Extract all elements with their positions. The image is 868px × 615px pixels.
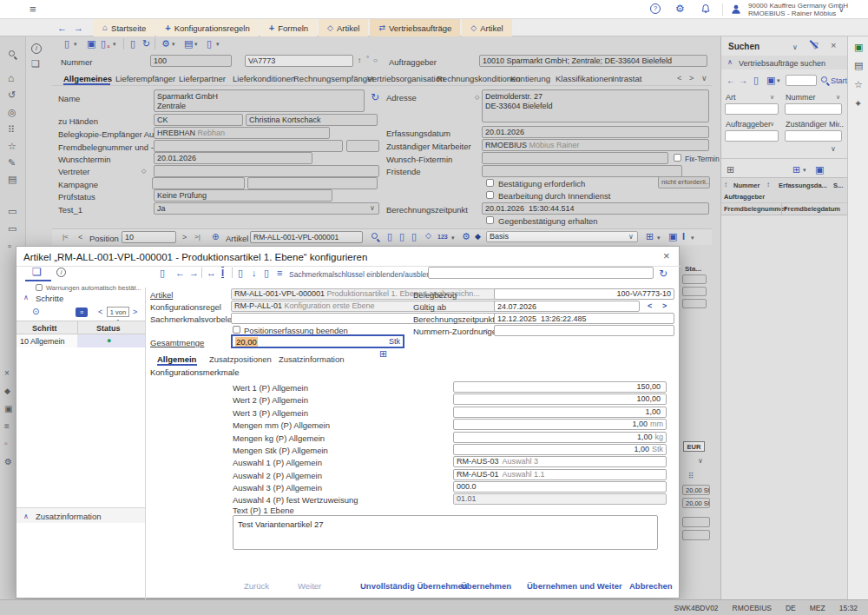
belegkopie-field[interactable]: HREBHAN Rebhan bbox=[154, 127, 330, 139]
dialog-width-icon[interactable]: ↔ bbox=[207, 268, 216, 278]
result-layout-caret-icon[interactable]: ▾ bbox=[803, 167, 806, 173]
dialog-export-icon[interactable]: ▯ bbox=[238, 268, 243, 278]
nicht-erforderlich-button[interactable]: nicht erforderli... bbox=[658, 176, 710, 188]
unvollstaendig-uebernehmen-button[interactable]: Unvollständig Übernehmen bbox=[360, 581, 468, 591]
qty-field-empty[interactable] bbox=[682, 530, 710, 540]
doc-degree-icon[interactable]: ▯ bbox=[411, 232, 417, 241]
journal-icon[interactable]: ▤ bbox=[854, 61, 863, 70]
gegenbestaetigung-checkbox[interactable] bbox=[486, 216, 494, 224]
col-fremdbelegdatum[interactable]: Fremdbelegdatum bbox=[784, 205, 840, 213]
fremdbelegnummer-input[interactable] bbox=[154, 140, 343, 152]
schluessel-input[interactable] bbox=[428, 267, 654, 279]
merkmal-input[interactable]: 1,00kg bbox=[453, 432, 667, 443]
tab-konfigurationsregeln[interactable]: +Konfigurationsregeln bbox=[156, 19, 259, 36]
fristende-input[interactable] bbox=[482, 165, 682, 177]
belegbezug-field[interactable]: 100-VA7773-10 bbox=[494, 288, 674, 300]
window-icon[interactable]: ▯ bbox=[207, 39, 212, 49]
berechnungszeitpunkt-input[interactable] bbox=[494, 313, 674, 324]
dialog-close-icon[interactable]: × bbox=[663, 250, 670, 261]
filter-mitarbeiter-input[interactable] bbox=[785, 130, 842, 142]
dialog-menu-icon[interactable]: ≡ bbox=[277, 268, 282, 278]
help-icon[interactable]: ? bbox=[650, 3, 661, 14]
panel-back-icon[interactable]: ← bbox=[727, 76, 735, 85]
home-icon[interactable]: ⌂ bbox=[8, 73, 14, 83]
nav-back-icon[interactable]: ← bbox=[57, 23, 67, 33]
info-icon[interactable]: i bbox=[31, 43, 42, 54]
auftraggeber-input[interactable] bbox=[479, 55, 707, 67]
qty-field-empty[interactable] bbox=[682, 517, 710, 527]
gear-blue-icon[interactable]: ⚙ bbox=[462, 232, 470, 241]
fixtermin-checkbox[interactable] bbox=[674, 154, 681, 162]
name-field[interactable]: Sparmarkt GmbH Zentrale bbox=[154, 89, 365, 112]
save-view-icon[interactable]: ▣ bbox=[668, 232, 677, 241]
refresh-icon[interactable]: ↻ bbox=[142, 39, 150, 49]
qty-field[interactable]: 20,00 Stk bbox=[682, 498, 710, 508]
numbers-icon[interactable]: 123 bbox=[437, 234, 448, 240]
steps-table-row[interactable]: 10 Allgemein ● bbox=[16, 334, 145, 347]
result-save-icon[interactable]: ▣ bbox=[815, 165, 824, 175]
notifications-icon[interactable] bbox=[700, 3, 711, 17]
order-tab-lieferempfaenger[interactable]: Lieferempfänger bbox=[115, 74, 175, 83]
col-s[interactable]: S... bbox=[833, 182, 843, 189]
menu-tool-icon[interactable]: ≡ bbox=[4, 422, 10, 431]
calendar-caret-icon[interactable]: ▾ bbox=[194, 41, 198, 47]
order-tab-lieferpartner[interactable]: Lieferpartner bbox=[179, 74, 226, 83]
order-tab-allgemeines[interactable]: Allgemeines bbox=[63, 74, 112, 83]
search-artikel-icon[interactable] bbox=[372, 233, 378, 239]
pages-icon[interactable]: ❏ bbox=[31, 59, 40, 69]
warn-checkbox[interactable] bbox=[36, 284, 43, 291]
view-select[interactable]: Basis bbox=[486, 231, 638, 242]
merkmal-input[interactable]: 1,00mm bbox=[453, 419, 667, 430]
tabs-next-icon[interactable]: > bbox=[689, 75, 694, 83]
panel-start-button[interactable]: Start bbox=[831, 76, 847, 85]
order-tab-klassifikationen[interactable]: Klassifikationen bbox=[556, 74, 613, 83]
ibeam-icon[interactable]: I bbox=[682, 232, 685, 241]
actions-icon[interactable]: ⚙ bbox=[161, 39, 170, 49]
steps-col-status[interactable]: Status bbox=[96, 324, 121, 333]
pin-icon[interactable]: ⊙ bbox=[32, 308, 39, 316]
steps-col-schritt[interactable]: Schritt bbox=[32, 324, 57, 333]
weiter-button[interactable]: Weiter bbox=[298, 581, 321, 591]
schluessel-toggle-label[interactable]: Sachmerkmalschlüssel einblenden/ausblend… bbox=[289, 270, 443, 279]
uebernehmen-button[interactable]: Übernehmen bbox=[461, 581, 511, 591]
hidden-field[interactable] bbox=[682, 287, 707, 296]
pruefstatus-input[interactable] bbox=[154, 189, 332, 202]
col-nummer[interactable]: Nummer bbox=[733, 182, 760, 189]
filter-nummer-input[interactable] bbox=[785, 103, 842, 115]
merkmal-input[interactable]: RM-AUS-03Auswahl 3 bbox=[453, 456, 667, 467]
zurueck-button[interactable]: Zurück bbox=[244, 581, 269, 591]
filter-art-input[interactable] bbox=[725, 103, 779, 115]
merkmal-input[interactable]: 150,00 bbox=[453, 381, 667, 393]
panel-forward-icon[interactable]: → bbox=[739, 76, 747, 85]
close-tool-icon[interactable]: × bbox=[4, 369, 10, 378]
dialog-import-icon[interactable]: ▯ bbox=[264, 268, 269, 278]
gear-tool-icon[interactable]: ⚙ bbox=[4, 458, 12, 466]
text-area[interactable]: Test Variantenartikel 27 bbox=[233, 515, 658, 550]
target-icon[interactable]: ◎ bbox=[8, 108, 16, 117]
nav-forward-icon[interactable]: → bbox=[74, 23, 83, 33]
kampagne-name-input[interactable] bbox=[247, 177, 378, 189]
tab-artikel-2[interactable]: ◇Artikel bbox=[462, 19, 511, 36]
test1-select[interactable]: Ja bbox=[154, 202, 379, 215]
new-document-caret-icon[interactable]: ▾ bbox=[74, 41, 77, 47]
nummer-serie-input[interactable] bbox=[150, 55, 232, 67]
view-chevron-icon[interactable]: ∨ bbox=[628, 234, 634, 241]
next-position-icon[interactable]: > bbox=[182, 234, 187, 241]
favorites-star-icon[interactable]: ☆ bbox=[854, 80, 863, 89]
panel-quick-input[interactable] bbox=[786, 75, 817, 86]
steps-badge-icon[interactable]: ≡ bbox=[76, 308, 88, 317]
tab-formeln[interactable]: +Formeln bbox=[260, 19, 317, 36]
order-tab-kontierung[interactable]: Kontierung bbox=[510, 74, 550, 83]
erfassungsdatum-input[interactable] bbox=[482, 126, 709, 138]
tag-icon[interactable]: ◆ bbox=[475, 233, 481, 241]
folder-icon[interactable]: ▭ bbox=[8, 224, 16, 234]
filter-mitarbeiter-chevron-icon[interactable]: ∨ bbox=[836, 121, 840, 127]
sparkle-icon[interactable]: ✦ bbox=[854, 99, 862, 109]
filter-art-chevron-icon[interactable]: ∨ bbox=[770, 94, 774, 100]
order-tab-lieferkonditionen[interactable]: Lieferkonditionen bbox=[233, 74, 295, 83]
chevron-down-icon[interactable]: ∨ bbox=[698, 458, 703, 465]
konfigurationsregel-field[interactable]: RM-P-ALL-01 Konfiguration erste Ebene bbox=[231, 301, 517, 312]
window-caret-icon[interactable]: ▾ bbox=[216, 41, 220, 47]
new-document-icon[interactable]: ▯ bbox=[64, 39, 69, 49]
merkmal-input[interactable]: 01.01 bbox=[453, 493, 667, 505]
